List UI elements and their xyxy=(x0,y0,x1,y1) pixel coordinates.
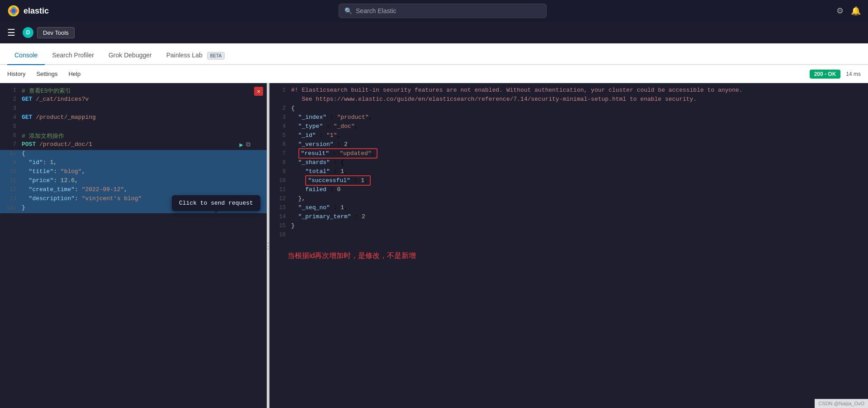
toolbar-right: 200 - OK 14 ms xyxy=(810,70,861,79)
editor-panel[interactable]: 1 # 查看ES中的索引 2 GET /_cat/indices?v 3 4 G… xyxy=(0,83,267,408)
line-content-12: "create_time": "2022-09-12", xyxy=(22,186,263,193)
footer-text: CSDN @Naijia_OvO xyxy=(818,401,864,406)
response-line-1: 1 #! Elasticsearch built-in security fea… xyxy=(269,87,868,96)
resp-content-5: "_id" : "1", xyxy=(291,132,864,139)
resp-content-8: "_shards" : { xyxy=(291,159,864,166)
line-num-14: 14▾ xyxy=(4,204,16,211)
elastic-logo-icon xyxy=(7,5,20,17)
resp-content-7: "result" : "updated", xyxy=(291,150,864,157)
resp-content-15: } xyxy=(291,222,864,229)
dev-tools-text: Dev Tools xyxy=(43,29,69,36)
resp-ln-9: 9 xyxy=(273,168,286,175)
editor-line-9: 9 "id": 1, xyxy=(0,159,267,168)
tab-painless-lab[interactable]: Painless Lab BETA xyxy=(159,46,232,65)
resp-content-10: "successful" : 1, xyxy=(291,177,864,184)
response-line-2: 2 { xyxy=(269,105,868,114)
resp-ln-5: 5 xyxy=(273,132,286,139)
line-num-12: 12 xyxy=(4,186,16,193)
editor-line-12: 12 "create_time": "2022-09-12", xyxy=(0,186,267,195)
tab-bar: Console Search Profiler Grok Debugger Pa… xyxy=(0,43,868,65)
resp-content-9: "total" : 1, xyxy=(291,168,864,175)
response-time: 14 ms xyxy=(846,71,861,77)
resp-ln-12: 12 xyxy=(273,195,286,202)
app-initial: D xyxy=(26,29,30,36)
line-num-5: 5 xyxy=(4,123,16,130)
top-nav-right: ⚙ 🔔 xyxy=(836,6,861,16)
resp-ln-14: 14 xyxy=(273,213,286,220)
response-line-10: 10 "successful" : 1, xyxy=(269,177,868,186)
resp-content-11: failed : 0 xyxy=(291,186,864,193)
resp-ln-6: 6 xyxy=(273,141,286,148)
resp-content-1b: See https://www.elastic.co/guide/en/elas… xyxy=(291,96,864,103)
resp-content-14: "_primary_term" : 2 xyxy=(291,213,864,220)
resp-ln-15: 15 xyxy=(273,222,286,229)
resp-content-3: "_index" : "product", xyxy=(291,114,864,121)
editor-line-7: 7 POST /product/_doc/1 ▶ ⧉ xyxy=(0,141,267,150)
toolbar: History Settings Help 200 - OK 14 ms xyxy=(0,65,868,83)
elastic-logo: elastic xyxy=(7,5,49,17)
resp-content-4: "_type" : "_doc", xyxy=(291,123,864,130)
response-line-3: 3 "_index" : "product", xyxy=(269,114,868,123)
editor-close-button[interactable]: ✕ xyxy=(254,87,263,96)
response-panel: 1 #! Elasticsearch built-in security fea… xyxy=(269,83,868,408)
response-line-14: 14 "_primary_term" : 2 xyxy=(269,213,868,222)
search-placeholder: Search Elastic xyxy=(356,7,396,14)
editor-line-4: 4 GET /product/_mapping xyxy=(0,114,267,123)
secondary-navigation: ☰ D Dev Tools xyxy=(0,22,868,43)
resp-ln-8: 8 xyxy=(273,159,286,166)
settings-button[interactable]: Settings xyxy=(36,70,57,77)
footer: CSDN @Naijia_OvO xyxy=(815,399,868,408)
resp-ln-4: 4 xyxy=(273,123,286,130)
elastic-text: elastic xyxy=(24,6,49,16)
line-num-7: 7 xyxy=(4,141,16,148)
response-line-12: 12 }, xyxy=(269,195,868,204)
editor-line-2: 2 GET /_cat/indices?v xyxy=(0,96,267,105)
run-icon[interactable]: ▶ xyxy=(240,141,243,149)
tooltip-text: Click to send request xyxy=(179,200,253,206)
response-line-16: 16 xyxy=(269,231,868,240)
line-num-13: 13 xyxy=(4,195,16,202)
editor-line-5: 5 xyxy=(0,123,267,132)
line-content-6: # 添加文档操作 xyxy=(22,132,263,140)
tooltip: Click to send request xyxy=(172,195,260,211)
resp-ln-1b xyxy=(273,96,286,96)
resp-ln-2: 2 xyxy=(273,105,286,112)
notification-icon[interactable]: 🔔 xyxy=(851,6,861,16)
response-line-8: 8 "_shards" : { xyxy=(269,159,868,168)
response-line-15: 15 } xyxy=(269,222,868,231)
resp-content-6: "_version" : 2, xyxy=(291,141,864,148)
response-line-5: 5 "_id" : "1", xyxy=(269,132,868,141)
tab-search-profiler[interactable]: Search Profiler xyxy=(45,46,101,65)
editor-line-3: 3 xyxy=(0,105,267,114)
tab-console[interactable]: Console xyxy=(7,46,45,65)
response-line-11: 11 failed : 0 xyxy=(269,186,868,195)
resp-content-12: }, xyxy=(291,195,864,202)
line-content-11: "price": 12.6, xyxy=(22,177,263,184)
line-num-3: 3 xyxy=(4,105,16,112)
help-icon[interactable]: ⚙ xyxy=(836,6,844,16)
line-content-2: GET /_cat/indices?v xyxy=(22,96,263,103)
editor-line-11: 11 "price": 12.6, xyxy=(0,177,267,186)
response-line-1b: See https://www.elastic.co/guide/en/elas… xyxy=(269,96,868,105)
search-bar-container: 🔍 Search Elastic xyxy=(56,4,829,18)
line-content-4: GET /product/_mapping xyxy=(22,114,263,121)
search-icon: 🔍 xyxy=(344,7,352,14)
line-content-7: POST /product/_doc/1 xyxy=(22,141,240,148)
dev-tools-label[interactable]: Dev Tools xyxy=(37,27,75,38)
search-bar[interactable]: 🔍 Search Elastic xyxy=(339,4,547,18)
line-content-10: "title": "blog", xyxy=(22,168,263,175)
copy-icon[interactable]: ⧉ xyxy=(246,141,250,149)
editor-line-1: 1 # 查看ES中的索引 xyxy=(0,87,267,96)
tab-grok-debugger[interactable]: Grok Debugger xyxy=(101,46,159,65)
help-button[interactable]: Help xyxy=(68,70,80,77)
line-num-10: 10 xyxy=(4,168,16,175)
resp-content-2: { xyxy=(291,105,864,112)
chinese-annotation: 当根据id再次增加时，是修改，不是新增 xyxy=(269,244,868,264)
history-button[interactable]: History xyxy=(7,70,25,77)
resp-content-1: #! Elasticsearch built-in security featu… xyxy=(291,87,864,94)
editor-line-10: 10 "title": "blog", xyxy=(0,168,267,177)
resp-ln-3: 3 xyxy=(273,114,286,121)
hamburger-menu[interactable]: ☰ xyxy=(7,27,15,38)
editor-line-6: 6 # 添加文档操作 xyxy=(0,132,267,141)
line-num-4: 4 xyxy=(4,114,16,121)
